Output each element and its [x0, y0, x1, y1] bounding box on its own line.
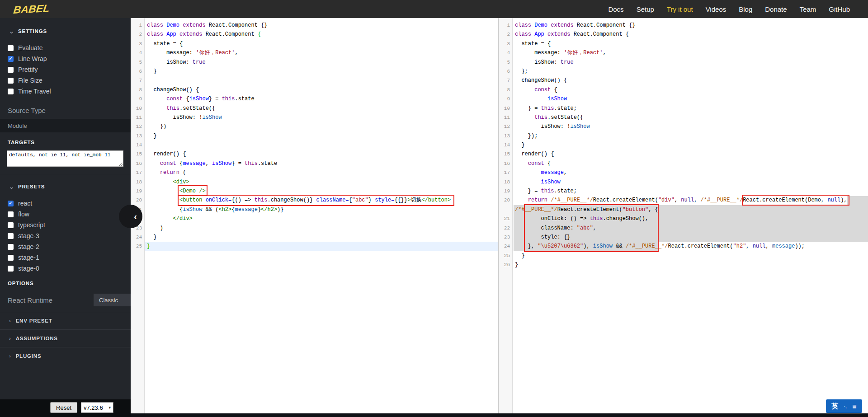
presets-checkbox-list: reactflowtypescriptstage-3stage-2stage-1…	[0, 198, 131, 274]
checkbox-label: Evaluate	[18, 44, 42, 52]
line-number: 16	[499, 159, 513, 168]
preset-stage-3[interactable]: stage-3	[0, 230, 131, 241]
code-text: }	[513, 260, 518, 269]
code-line: 18 isShow	[499, 178, 868, 187]
setting-time-travel[interactable]: Time Travel	[0, 86, 131, 97]
preset-flow[interactable]: flow	[0, 209, 131, 220]
nav-link-videos[interactable]: Videos	[706, 5, 726, 13]
code-line: 8 const {	[499, 85, 868, 94]
line-number: 11	[131, 113, 145, 122]
nav-link-team[interactable]: Team	[800, 5, 816, 13]
code-text: } = this.state;	[513, 187, 577, 196]
ime-indicator[interactable]: 英 ·, ▦	[826, 399, 862, 413]
line-wrap-checkbox[interactable]	[8, 56, 14, 62]
line-number: 8	[499, 85, 513, 94]
stage-2-checkbox[interactable]	[8, 244, 14, 250]
code-line: 17 message,	[499, 168, 868, 177]
react-runtime-select[interactable]: Classic	[94, 294, 131, 306]
stage-3-checkbox[interactable]	[8, 233, 14, 239]
code-line: 7 changeShow() {	[499, 76, 868, 85]
settings-section-header[interactable]: ⌄ SETTINGS	[0, 25, 131, 37]
code-line: 6 };	[499, 67, 868, 76]
code-line: 23 style: {}	[499, 233, 868, 242]
line-number: 15	[499, 150, 513, 159]
code-text: <button onClick={() => this.changeShow()…	[145, 196, 451, 205]
setting-line-wrap[interactable]: Line Wrap	[0, 53, 131, 64]
code-line: 13 }	[131, 131, 498, 141]
checkbox-label: flow	[18, 211, 29, 218]
code-line: 18 <div>	[131, 178, 498, 187]
env-preset-title: ENV PRESET	[16, 318, 52, 323]
line-number: 23	[499, 233, 513, 242]
nav-link-setup[interactable]: Setup	[637, 5, 654, 13]
code-text: isShow: !isShow	[145, 113, 222, 122]
setting-evaluate[interactable]: Evaluate	[0, 42, 131, 53]
typescript-checkbox[interactable]	[8, 222, 14, 228]
preset-typescript[interactable]: typescript	[0, 220, 131, 230]
source-editor[interactable]: 1class Demo extends React.Component {}2c…	[131, 18, 498, 413]
evaluate-checkbox[interactable]	[8, 45, 14, 51]
presets-section-header[interactable]: ⌄ PRESETS	[0, 181, 131, 192]
code-line: 3 state = {	[499, 39, 868, 48]
code-line: 9 isShow	[499, 94, 868, 103]
checkbox-label: File Size	[18, 77, 42, 84]
code-text: isShow	[513, 94, 567, 103]
line-number: 12	[499, 122, 513, 131]
env-preset-section-header[interactable]: › ENV PRESET	[0, 312, 131, 329]
nav-link-github[interactable]: GitHub	[829, 5, 850, 13]
code-line: 16 const {	[499, 159, 868, 168]
stage-0-checkbox[interactable]	[8, 266, 14, 272]
nav-links: DocsSetupTry it outVideosBlogDonateTeamG…	[608, 5, 850, 13]
react-runtime-label: React Runtime	[0, 296, 52, 304]
code-text: return /*#__PURE__*/React.createElement(…	[513, 196, 847, 205]
file-size-checkbox[interactable]	[8, 78, 14, 84]
code-text: };	[513, 67, 528, 76]
line-number: 2	[499, 30, 513, 39]
babel-logo[interactable]: BABEL	[13, 2, 50, 16]
plugins-section-header[interactable]: › PLUGINS	[0, 347, 131, 365]
line-number: 14	[499, 141, 513, 150]
prettify-checkbox[interactable]	[8, 67, 14, 73]
flow-checkbox[interactable]	[8, 211, 14, 217]
nav-link-blog[interactable]: Blog	[739, 5, 752, 13]
code-line: 22 </div>	[131, 214, 498, 223]
code-line: 10 } = this.state;	[499, 104, 868, 113]
setting-file-size[interactable]: File Size	[0, 75, 131, 86]
targets-input[interactable]: defaults, not ie 11, not ie_mob 11	[7, 150, 123, 167]
time-travel-checkbox[interactable]	[8, 89, 14, 94]
source-type-select[interactable]: Module	[0, 119, 131, 132]
code-line: 14	[131, 141, 498, 150]
sidebar-collapse-button[interactable]: ‹	[119, 205, 142, 228]
code-text: className: "abc",	[513, 224, 596, 233]
code-text: /*#__PURE__*/React.createElement("button…	[513, 205, 658, 214]
code-text: style: {}	[513, 233, 570, 242]
version-select[interactable]: v7.23.6 ▾	[81, 402, 113, 413]
code-text: }	[145, 233, 157, 242]
line-number: 20	[131, 196, 145, 205]
setting-prettify[interactable]: Prettify	[0, 64, 131, 75]
line-number: 3	[499, 39, 513, 48]
assumptions-section-header[interactable]: › ASSUMPTIONS	[0, 330, 131, 347]
react-checkbox[interactable]	[8, 201, 14, 206]
code-text	[145, 141, 147, 150]
nav-link-try-it-out[interactable]: Try it out	[667, 5, 693, 13]
line-number: 21	[499, 214, 513, 223]
nav-link-docs[interactable]: Docs	[608, 5, 623, 13]
checkbox-label: Time Travel	[18, 88, 51, 95]
preset-stage-1[interactable]: stage-1	[0, 252, 131, 263]
nav-link-donate[interactable]: Donate	[765, 5, 787, 13]
preset-react[interactable]: react	[0, 198, 131, 209]
preset-stage-0[interactable]: stage-0	[0, 263, 131, 274]
output-editor[interactable]: 1class Demo extends React.Component {}2c…	[498, 18, 868, 413]
line-number: 6	[131, 67, 145, 76]
code-line: 13 });	[499, 131, 868, 141]
ime-keyboard-icon: ▦	[852, 404, 856, 409]
code-line: 12 })	[131, 122, 498, 131]
reset-button[interactable]: Reset	[50, 402, 77, 413]
bottom-strip	[131, 413, 868, 417]
checkbox-label: Line Wrap	[18, 55, 47, 62]
code-text: class App extends React.Component {	[145, 30, 261, 39]
chevron-right-icon: ›	[9, 318, 11, 323]
preset-stage-2[interactable]: stage-2	[0, 241, 131, 252]
stage-1-checkbox[interactable]	[8, 255, 14, 261]
